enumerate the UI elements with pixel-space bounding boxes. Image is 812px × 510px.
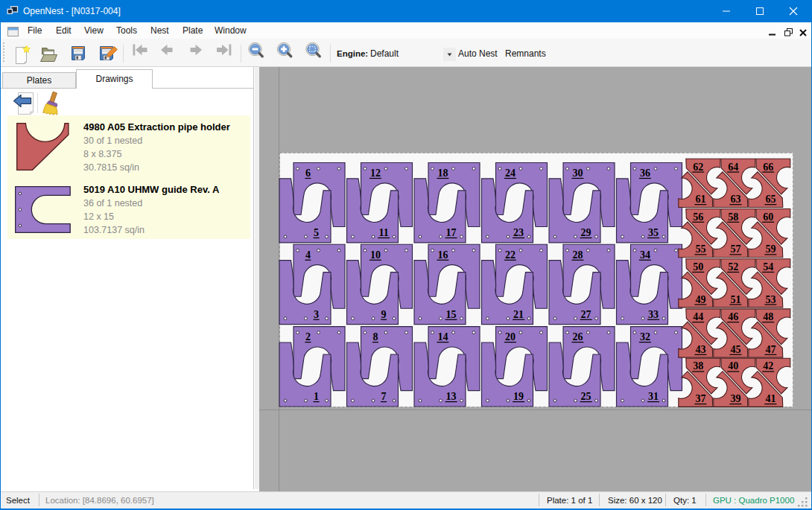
svg-text:36: 36	[640, 168, 650, 179]
svg-text:31: 31	[648, 391, 659, 402]
svg-text:38: 38	[693, 361, 703, 372]
svg-text:4: 4	[305, 249, 311, 261]
svg-text:5: 5	[314, 227, 319, 238]
svg-text:16: 16	[437, 249, 448, 261]
svg-text:6: 6	[305, 168, 311, 179]
svg-text:33: 33	[648, 309, 659, 320]
svg-text:17: 17	[446, 227, 457, 238]
svg-text:59: 59	[765, 243, 775, 255]
svg-text:60: 60	[763, 211, 773, 223]
svg-text:41: 41	[765, 393, 775, 404]
svg-text:56: 56	[693, 211, 703, 223]
svg-text:66: 66	[763, 162, 773, 173]
svg-text:15: 15	[446, 309, 457, 320]
svg-text:9: 9	[381, 309, 387, 320]
svg-text:53: 53	[765, 294, 775, 305]
svg-text:30: 30	[572, 168, 583, 179]
svg-text:34: 34	[640, 249, 650, 261]
svg-text:37: 37	[695, 393, 705, 404]
svg-text:10: 10	[370, 249, 381, 261]
svg-text:46: 46	[728, 311, 738, 322]
svg-text:54: 54	[763, 261, 773, 272]
svg-text:29: 29	[581, 227, 591, 238]
svg-text:65: 65	[765, 194, 775, 205]
svg-text:40: 40	[728, 361, 738, 372]
svg-text:64: 64	[728, 162, 738, 173]
svg-text:13: 13	[446, 391, 457, 402]
svg-text:14: 14	[437, 331, 448, 342]
svg-text:12: 12	[370, 168, 381, 179]
svg-text:55: 55	[695, 243, 705, 255]
svg-text:22: 22	[505, 249, 516, 261]
svg-text:11: 11	[378, 227, 388, 238]
svg-text:7: 7	[381, 391, 387, 402]
svg-text:45: 45	[730, 344, 740, 355]
svg-text:63: 63	[730, 194, 740, 205]
svg-text:43: 43	[695, 344, 705, 355]
svg-text:1: 1	[314, 391, 319, 402]
svg-text:28: 28	[572, 249, 583, 261]
svg-text:50: 50	[693, 261, 703, 272]
svg-text:32: 32	[640, 331, 650, 342]
svg-text:26: 26	[572, 331, 583, 342]
svg-text:3: 3	[314, 309, 319, 320]
svg-text:61: 61	[695, 194, 705, 205]
svg-text:58: 58	[728, 211, 738, 223]
svg-text:25: 25	[581, 391, 591, 402]
svg-text:44: 44	[693, 311, 703, 322]
svg-text:19: 19	[513, 391, 524, 402]
svg-text:35: 35	[648, 227, 659, 238]
svg-text:20: 20	[505, 331, 516, 342]
svg-text:48: 48	[763, 311, 773, 322]
svg-text:24: 24	[505, 168, 516, 179]
svg-text:27: 27	[581, 309, 591, 320]
svg-text:23: 23	[513, 227, 524, 238]
svg-text:2: 2	[305, 331, 311, 342]
svg-text:21: 21	[513, 309, 524, 320]
svg-text:18: 18	[437, 168, 448, 179]
svg-text:51: 51	[730, 294, 740, 305]
svg-text:52: 52	[728, 261, 738, 272]
svg-text:49: 49	[695, 294, 705, 305]
svg-text:57: 57	[730, 243, 740, 255]
svg-text:42: 42	[763, 361, 773, 372]
svg-text:47: 47	[765, 344, 775, 355]
svg-text:8: 8	[372, 331, 378, 342]
svg-text:39: 39	[730, 393, 740, 404]
svg-text:62: 62	[693, 162, 703, 173]
